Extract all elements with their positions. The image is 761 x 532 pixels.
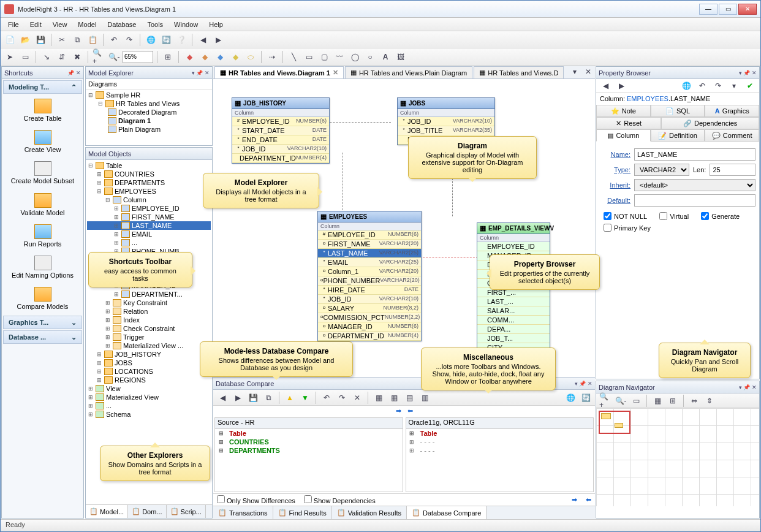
dbc-row[interactable]: ⊞ Table — [406, 429, 594, 438]
line-icon[interactable]: ╲ — [287, 50, 300, 64]
accordion-modeling[interactable]: Modeling T...⌃ — [3, 80, 82, 94]
tree-node[interactable]: ⊟Table — [87, 161, 211, 170]
entity-column[interactable]: *JOB_TITLEVARCHAR2(35) — [398, 126, 494, 135]
text-icon[interactable]: A — [379, 50, 392, 64]
dbc-refresh-icon[interactable]: 🔄 — [579, 391, 593, 405]
poly-icon[interactable]: 〰 — [333, 50, 346, 64]
pin-icon[interactable]: ▾ 📌 ✕ — [192, 70, 210, 76]
prop-redo-icon[interactable]: ↷ — [711, 79, 725, 93]
back-icon[interactable]: ◀ — [196, 33, 210, 47]
result-tab[interactable]: 📋Database Compare — [407, 506, 487, 519]
pin-icon[interactable]: ▾ 📌 ✕ — [739, 384, 757, 390]
entity-column[interactable]: *JOB_IDVARCHAR2(10) — [232, 145, 329, 154]
close-button[interactable]: ✕ — [738, 4, 757, 15]
entity-column[interactable]: *JOB_IDVARCHAR2(10) — [398, 117, 494, 126]
tab-reset[interactable]: ✕ Reset — [596, 117, 661, 129]
only-diff-check[interactable]: Only Show Differences — [217, 495, 295, 504]
cube4-icon[interactable]: ◆ — [229, 50, 242, 64]
entity-column[interactable]: *END_DATEDATE — [232, 135, 329, 145]
nav-zoomout-icon[interactable]: 🔍- — [614, 394, 627, 408]
cube3-icon[interactable]: ◆ — [213, 50, 227, 64]
connector-icon[interactable]: ↘ — [40, 50, 53, 64]
show-deps-check[interactable]: Show Dependencies — [304, 495, 376, 504]
entity-column[interactable]: oFIRST_NAMEVARCHAR2(20) — [318, 240, 421, 249]
tree-node[interactable]: ⊟Column — [87, 196, 211, 204]
arrange-icon[interactable]: ⇵ — [55, 50, 69, 64]
rect-icon[interactable]: ▭ — [302, 50, 316, 64]
entity-column[interactable]: *EMAILVARCHAR2(25) — [318, 258, 421, 267]
dbc-grid4-icon[interactable]: ▥ — [418, 391, 431, 405]
tree-diagram[interactable]: Plain Diagram — [87, 125, 211, 134]
tree-node[interactable]: ⊞Check Constraint — [87, 324, 211, 333]
nav-expand-icon[interactable]: ⇔ — [687, 394, 701, 408]
entity-header[interactable]: ▦JOB_HISTORY — [232, 98, 329, 109]
arrow-right-icon[interactable]: ➡ — [572, 496, 577, 504]
prop-globe-icon[interactable]: 🌐 — [680, 79, 693, 93]
tree-node[interactable]: ⊞Index — [87, 316, 211, 324]
tree-node[interactable]: ⊞View — [87, 384, 211, 393]
entity-column[interactable]: JOB_T... — [477, 334, 550, 343]
dbc-down-icon[interactable]: ▼ — [298, 391, 312, 405]
tabs-dropdown-icon[interactable]: ▾ — [568, 66, 581, 78]
pointer-icon[interactable]: ➤ — [3, 50, 17, 64]
accordion-graphics[interactable]: Graphics T...⌄ — [3, 316, 82, 329]
dbc-up-icon[interactable]: ▲ — [283, 391, 297, 405]
tabs-close-icon[interactable]: ✕ — [581, 66, 595, 78]
cube2-icon[interactable]: ◆ — [198, 50, 211, 64]
menu-database[interactable]: Database — [102, 20, 141, 29]
tree-node[interactable]: ⊞EMAIL — [87, 230, 211, 238]
tree-node[interactable]: ⊞Key Constraint — [87, 298, 211, 307]
prop-dropdown-icon[interactable]: ▾ — [727, 79, 741, 93]
refresh-icon[interactable]: 🔄 — [159, 33, 173, 47]
fit-icon[interactable]: ⊞ — [161, 50, 175, 64]
arrow-left-icon[interactable]: ⬅ — [407, 407, 413, 415]
menu-tools[interactable]: Tools — [142, 20, 168, 29]
notnull-check[interactable]: NOT NULL — [604, 212, 647, 220]
len-input[interactable] — [710, 164, 755, 176]
cylinder-icon[interactable]: ⬭ — [244, 50, 257, 64]
entity-column[interactable]: oMANAGER_IDNUMBER(6) — [318, 322, 421, 332]
menu-file[interactable]: File — [3, 20, 24, 29]
generate-check[interactable]: Generate — [701, 212, 740, 220]
close-tab-icon[interactable]: ✕ — [333, 69, 338, 77]
navigator-canvas[interactable] — [596, 408, 759, 506]
menu-edit[interactable]: Edit — [25, 20, 47, 29]
delete-icon[interactable]: ✖ — [70, 50, 84, 64]
tab-comment[interactable]: 💬 Comment — [705, 129, 759, 142]
entity-job_history[interactable]: ▦JOB_HISTORYColumn#EMPLOYEE_IDNUMBER(6)*… — [232, 97, 330, 164]
tree-node[interactable]: ⊞Schema — [87, 410, 211, 419]
inherit-select[interactable]: <default> — [634, 179, 755, 191]
tree-diagram[interactable]: Diagram 1 — [87, 116, 211, 125]
entity-column[interactable]: oSALARYNUMBER(8,2) — [318, 304, 421, 313]
entity-column[interactable]: DEPARTMENT_IDNUMBER(4) — [232, 154, 329, 163]
entity-column[interactable]: DEPA... — [477, 325, 550, 334]
dbc-row[interactable]: ⊞ Table — [215, 429, 403, 438]
relation-icon[interactable]: ⇢ — [265, 50, 279, 64]
tab-sql[interactable]: 📄 SQL — [651, 105, 705, 117]
tree-node[interactable]: ⊞LOCATIONS — [87, 367, 211, 376]
accordion-database[interactable]: Database ...⌄ — [3, 330, 82, 344]
forward-icon[interactable]: ▶ — [211, 33, 225, 47]
entity-header[interactable]: ▦EMP_DETAILS_VIEWV — [477, 223, 550, 234]
doc-tab[interactable]: ▦HR Tables and Views.Plain Diagram — [345, 66, 472, 78]
menu-model[interactable]: Model — [73, 20, 101, 29]
nav-collapse-icon[interactable]: ⇕ — [703, 394, 716, 408]
cut-icon[interactable]: ✂ — [55, 33, 69, 47]
menu-window[interactable]: Window — [169, 20, 203, 29]
undo-icon[interactable]: ↶ — [107, 33, 121, 47]
result-tab[interactable]: 📋Validation Results — [332, 506, 407, 519]
menu-view[interactable]: View — [48, 20, 72, 29]
entity-column[interactable]: #EMPLOYEE_IDNUMBER(6) — [232, 117, 329, 126]
tree-node[interactable]: ⊞FIRST_NAME — [87, 213, 211, 221]
entity-column[interactable]: EMPLOYEE_ID — [477, 242, 550, 251]
shortcut-create-table[interactable]: Create Table — [2, 95, 83, 126]
explorer-tab[interactable]: 📋Dom... — [128, 505, 166, 518]
shortcut-create-view[interactable]: Create View — [2, 126, 83, 158]
entity-header[interactable]: ▦EMPLOYEES — [318, 211, 421, 222]
tree-node[interactable]: ⊞DEPARTMENTS — [87, 178, 211, 187]
diagram-canvas[interactable]: ▦JOB_HISTORYColumn#EMPLOYEE_IDNUMBER(6)*… — [213, 79, 595, 377]
tree-node[interactable]: ⊞... — [87, 401, 211, 410]
tree-node[interactable]: ⊞Materialized View ... — [87, 341, 211, 350]
dbc-del-icon[interactable]: ✕ — [350, 391, 364, 405]
pk-check[interactable]: Primary Key — [604, 224, 651, 232]
